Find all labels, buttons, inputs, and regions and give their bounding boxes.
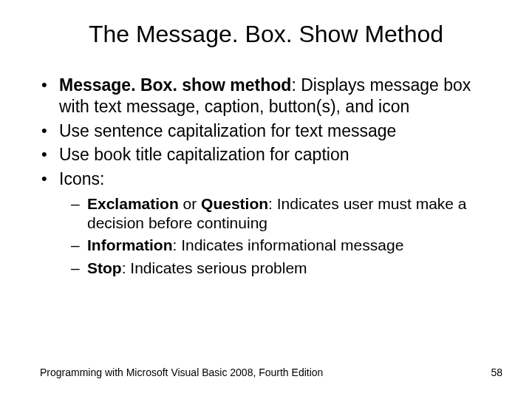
sub-text: : Indicates informational message — [173, 236, 404, 253]
list-item: Exclamation or Question: Indicates user … — [71, 194, 492, 233]
sub-bold: Stop — [87, 259, 122, 276]
sub-bold: Exclamation — [87, 195, 179, 212]
list-item: Use book title capitalization for captio… — [40, 144, 492, 166]
list-item: Message. Box. show method: Displays mess… — [40, 75, 492, 117]
sub-mid: or — [179, 195, 201, 212]
sub-bold2: Question — [201, 195, 268, 212]
slide-title: The Message. Box. Show Method — [40, 21, 492, 48]
list-item: Information: Indicates informational mes… — [71, 236, 492, 255]
bullet-text: Icons: — [59, 169, 104, 188]
footer-text: Programming with Microsoft Visual Basic … — [40, 366, 323, 378]
list-item: Use sentence capitalization for text mes… — [40, 120, 492, 142]
slide: The Message. Box. Show Method Message. B… — [0, 0, 532, 399]
sub-text: : Indicates serious problem — [122, 259, 307, 276]
main-list: Message. Box. show method: Displays mess… — [40, 75, 492, 190]
bullet-text: Use book title capitalization for captio… — [59, 145, 349, 164]
bullet-bold: Message. Box. show method — [59, 75, 291, 95]
sub-bold: Information — [87, 236, 173, 253]
sub-list: Exclamation or Question: Indicates user … — [71, 194, 492, 278]
page-number: 58 — [491, 366, 502, 378]
list-item: Icons: — [40, 168, 492, 190]
list-item: Stop: Indicates serious problem — [71, 259, 492, 278]
bullet-text: Use sentence capitalization for text mes… — [59, 121, 396, 140]
